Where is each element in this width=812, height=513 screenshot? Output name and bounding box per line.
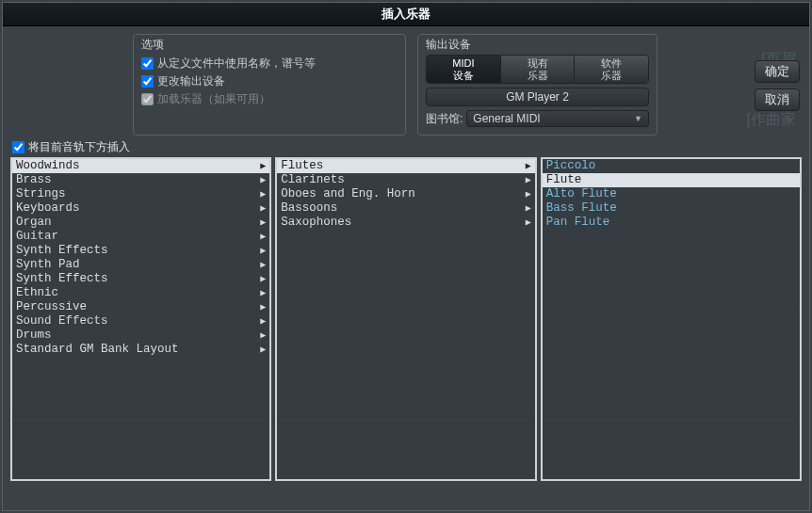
chevron-right-icon: ▶ bbox=[260, 173, 266, 187]
chevron-right-icon: ▶ bbox=[260, 286, 266, 300]
list-item[interactable]: Synth Effects▶ bbox=[12, 244, 269, 258]
chevron-right-icon: ▶ bbox=[260, 187, 266, 201]
list-item[interactable]: Keyboards▶ bbox=[12, 201, 269, 216]
output-title: 输出设备 bbox=[426, 37, 649, 53]
chevron-right-icon: ▶ bbox=[260, 230, 266, 244]
chevron-down-icon: ▼ bbox=[634, 114, 642, 123]
list-item[interactable]: Organ▶ bbox=[12, 216, 269, 230]
cb-insert-below[interactable]: 将目前音轨下方插入 bbox=[3, 139, 809, 157]
cb-load-instrument: 加载乐器（如果可用） bbox=[141, 90, 398, 108]
chevron-right-icon: ▶ bbox=[260, 314, 266, 329]
chevron-right-icon: ▶ bbox=[260, 244, 266, 258]
options-panel: 选项 从定义文件中使用名称，谱号等 更改输出设备 加载乐器（如果可用） bbox=[133, 34, 406, 136]
chevron-right-icon: ▶ bbox=[260, 343, 266, 357]
subcategory-column[interactable]: Flutes▶Clarinets▶Oboes and Eng. Horn▶Bas… bbox=[275, 157, 536, 481]
chevron-right-icon: ▶ bbox=[260, 329, 266, 343]
chevron-right-icon: ▶ bbox=[260, 258, 266, 272]
chevron-right-icon: ▶ bbox=[260, 300, 266, 314]
cb-change-output-input[interactable] bbox=[141, 75, 154, 88]
ok-button[interactable]: 确定 bbox=[755, 60, 800, 83]
list-item[interactable]: Drums▶ bbox=[12, 329, 269, 343]
cb-insert-below-input[interactable] bbox=[12, 141, 24, 153]
chevron-right-icon: ▶ bbox=[260, 216, 266, 230]
chevron-right-icon: ▶ bbox=[526, 216, 531, 230]
cb-use-names-input[interactable] bbox=[141, 57, 154, 70]
seg-software[interactable]: 软件 乐器 bbox=[575, 56, 648, 83]
list-item[interactable]: Standard GM Bank Layout▶ bbox=[12, 343, 269, 357]
cancel-button[interactable]: 取消 bbox=[755, 88, 800, 111]
cb-change-output[interactable]: 更改输出设备 bbox=[141, 72, 398, 90]
chevron-right-icon: ▶ bbox=[260, 201, 266, 216]
gm-player-button[interactable]: GM Player 2 bbox=[426, 88, 649, 106]
library-label: 图书馆: bbox=[426, 111, 463, 127]
seg-existing[interactable]: 现有 乐器 bbox=[501, 56, 576, 83]
cb-use-names[interactable]: 从定义文件中使用名称，谱号等 bbox=[141, 55, 398, 72]
list-item[interactable]: Strings▶ bbox=[12, 187, 269, 201]
instrument-column[interactable]: PiccoloFluteAlto FluteBass FlutePan Flut… bbox=[541, 157, 802, 481]
list-item[interactable]: Bass Flute bbox=[543, 201, 800, 216]
chevron-right-icon: ▶ bbox=[526, 159, 531, 173]
seg-midi[interactable]: MIDI 设备 bbox=[427, 56, 501, 83]
chevron-right-icon: ▶ bbox=[526, 187, 531, 201]
titlebar: 插入乐器 bbox=[3, 3, 809, 26]
list-item[interactable]: Clarinets▶ bbox=[277, 173, 534, 187]
list-item[interactable]: Pan Flute bbox=[543, 216, 800, 230]
list-item[interactable]: Piccolo bbox=[543, 159, 800, 173]
list-item[interactable]: Synth Effects▶ bbox=[12, 272, 269, 286]
output-segmented: MIDI 设备 现有 乐器 软件 乐器 bbox=[426, 55, 649, 84]
list-item[interactable]: Flutes▶ bbox=[277, 159, 534, 173]
list-item[interactable]: Bassoons▶ bbox=[277, 201, 534, 216]
cb-load-instrument-input bbox=[141, 93, 154, 105]
list-item[interactable]: Percussive▶ bbox=[12, 300, 269, 314]
options-title: 选项 bbox=[141, 37, 398, 53]
list-item[interactable]: Saxophones▶ bbox=[277, 216, 534, 230]
list-item[interactable]: Oboes and Eng. Horn▶ bbox=[277, 187, 534, 201]
list-item[interactable]: Woodwinds▶ bbox=[12, 159, 269, 173]
list-item[interactable]: Flute bbox=[543, 173, 800, 187]
chevron-right-icon: ▶ bbox=[526, 173, 531, 187]
list-item[interactable]: Alto Flute bbox=[543, 187, 800, 201]
chevron-right-icon: ▶ bbox=[526, 201, 531, 216]
library-dropdown[interactable]: General MIDI ▼ bbox=[466, 110, 649, 127]
list-item[interactable]: Guitar▶ bbox=[12, 230, 269, 244]
list-item[interactable]: Synth Pad▶ bbox=[12, 258, 269, 272]
category-column[interactable]: Woodwinds▶Brass▶Strings▶Keyboards▶Organ▶… bbox=[10, 157, 271, 481]
list-item[interactable]: Sound Effects▶ bbox=[12, 314, 269, 329]
output-panel: 输出设备 MIDI 设备 现有 乐器 软件 乐器 GM Player 2 图书馆… bbox=[417, 34, 658, 136]
chevron-right-icon: ▶ bbox=[260, 272, 266, 286]
chevron-right-icon: ▶ bbox=[260, 159, 266, 173]
list-item[interactable]: Ethnic▶ bbox=[12, 286, 269, 300]
list-item[interactable]: Brass▶ bbox=[12, 173, 269, 187]
title-text: 插入乐器 bbox=[382, 7, 430, 21]
dialog-window: 插入乐器 [标题] [页眉 [作曲家 选项 从定义文件中使用名称，谱号等 更改输… bbox=[2, 2, 810, 511]
